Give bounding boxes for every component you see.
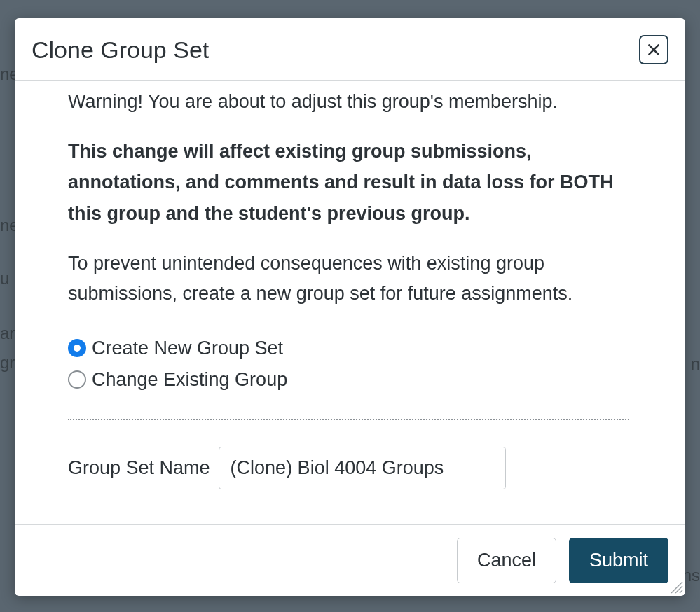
svg-line-1: [675, 586, 682, 593]
clone-group-set-modal: Clone Group Set Warning! You are about t…: [15, 18, 685, 596]
warning-advice: To prevent unintended consequences with …: [68, 249, 629, 309]
modal-title: Clone Group Set: [32, 36, 209, 64]
radio-create-new[interactable]: Create New Group Set: [68, 338, 629, 359]
cancel-button[interactable]: Cancel: [457, 538, 556, 583]
resize-grip-icon: [668, 579, 684, 594]
close-icon: [647, 43, 661, 57]
modal-footer: Cancel Submit: [15, 524, 685, 596]
bg-text: u: [0, 269, 9, 288]
radio-icon-unselected: [68, 370, 86, 389]
radio-label: Create New Group Set: [92, 338, 283, 359]
modal-header: Clone Group Set: [15, 18, 685, 81]
svg-line-2: [680, 590, 682, 593]
warning-bold: This change will affect existing group s…: [68, 136, 629, 230]
modal-body: Warning! You are about to adjust this gr…: [15, 81, 685, 524]
group-set-name-input[interactable]: [219, 447, 506, 489]
action-radio-group: Create New Group Set Change Existing Gro…: [68, 338, 629, 391]
radio-change-existing[interactable]: Change Existing Group: [68, 369, 629, 391]
svg-line-0: [671, 582, 682, 593]
bg-text: n: [691, 354, 700, 374]
close-button[interactable]: [639, 35, 668, 64]
radio-icon-selected: [68, 339, 86, 357]
section-divider: [68, 419, 629, 420]
warning-intro: Warning! You are about to adjust this gr…: [68, 88, 629, 116]
submit-button[interactable]: Submit: [569, 538, 668, 583]
bg-text: gr: [0, 353, 15, 373]
radio-label: Change Existing Group: [92, 369, 287, 391]
group-set-name-label: Group Set Name: [68, 457, 210, 479]
group-set-name-row: Group Set Name: [68, 447, 629, 489]
